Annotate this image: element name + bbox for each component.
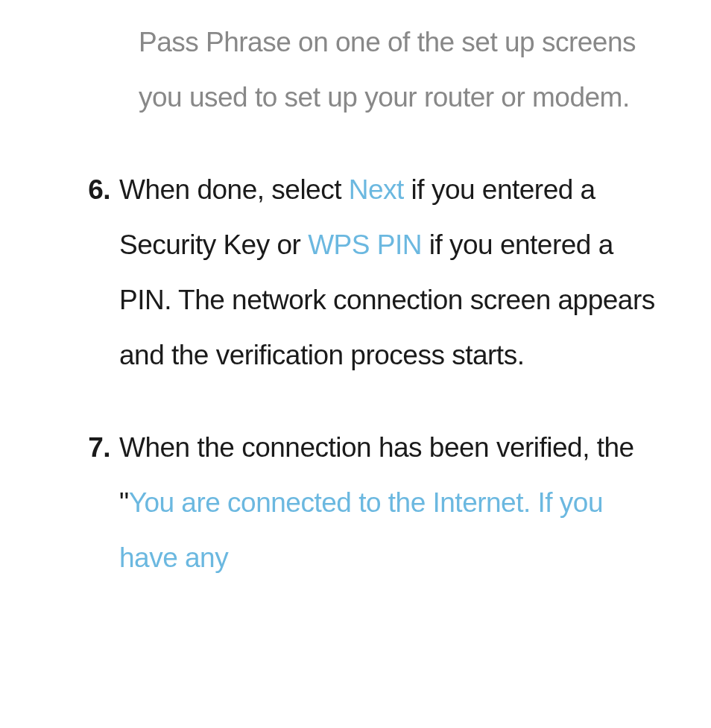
step-6-text-1: When done, select (119, 174, 349, 205)
step-7: 7. When the connection has been verified… (75, 420, 666, 586)
document-content: Pass Phrase on one of the set up screens… (0, 0, 711, 586)
note-text: Pass Phrase on one of the set up screens… (139, 27, 636, 113)
step-7-highlight-connected: You are connected to the Internet. If yo… (119, 487, 603, 573)
step-6-number: 6. (75, 162, 110, 383)
step-6-highlight-next: Next (349, 174, 404, 205)
step-6-body: When done, select Next if you entered a … (119, 162, 666, 383)
step-7-body: When the connection has been verified, t… (119, 420, 666, 586)
step-6-highlight-wps-pin: WPS PIN (308, 230, 422, 260)
step-7-number: 7. (75, 420, 110, 586)
note-paragraph: Pass Phrase on one of the set up screens… (139, 15, 666, 125)
step-6: 6. When done, select Next if you entered… (75, 162, 666, 383)
